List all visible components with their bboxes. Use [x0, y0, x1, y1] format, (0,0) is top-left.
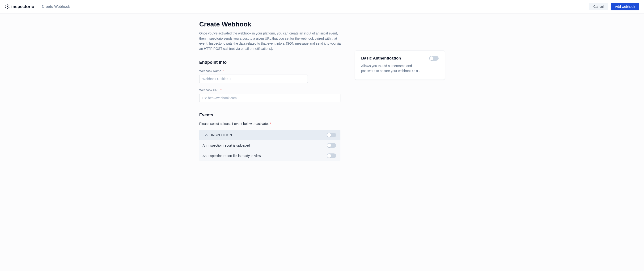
breadcrumb: Create Webhook [42, 4, 70, 9]
right-column: Basic Authentication Allows you to add a… [355, 51, 445, 80]
webhook-url-input[interactable] [199, 94, 340, 102]
event-label: An Inspection report file is ready to vi… [202, 154, 261, 158]
webhook-url-label: Webhook URL * [199, 88, 341, 92]
content-wrap: Create Webhook Once you've activated the… [197, 20, 447, 161]
svg-point-0 [7, 4, 8, 6]
events-section: Events Please select at least 1 event be… [199, 112, 341, 161]
basic-auth-description: Allows you to add a username and passwor… [361, 64, 422, 74]
event-toggle-report-ready[interactable] [327, 154, 336, 158]
basic-auth-card: Basic Authentication Allows you to add a… [355, 51, 445, 80]
events-accordion: INSPECTION An Inspection report is uploa… [199, 130, 340, 161]
basic-auth-title: Basic Authentication [361, 56, 401, 61]
required-asterisk: * [222, 69, 224, 73]
brand-name: inspectorio [11, 4, 34, 9]
webhook-url-field: Webhook URL * [199, 88, 341, 102]
accordion-header-left: INSPECTION [205, 133, 232, 137]
webhook-name-label: Webhook Name * [199, 69, 341, 73]
webhook-name-input[interactable] [199, 74, 308, 83]
basic-auth-toggle[interactable] [429, 56, 438, 61]
required-asterisk: * [270, 122, 271, 126]
svg-point-5 [8, 7, 10, 8]
accordion-title: INSPECTION [211, 133, 232, 137]
webhook-name-label-text: Webhook Name [199, 69, 221, 73]
accordion-body: An Inspection report is uploaded An Insp… [199, 140, 340, 161]
inspection-group-toggle[interactable] [327, 133, 336, 138]
events-instruction: Please select at least 1 event below to … [199, 122, 341, 126]
card-header: Basic Authentication [361, 56, 438, 61]
events-instruction-text: Please select at least 1 event below to … [199, 122, 269, 126]
header-left: inspectorio | Create Webhook [5, 4, 70, 9]
event-label: An Inspection report is uploaded [202, 144, 250, 147]
webhook-name-field: Webhook Name * [199, 69, 341, 83]
logo-icon [5, 4, 10, 9]
page-body: Create Webhook Once you've activated the… [0, 14, 644, 271]
event-row: An Inspection report file is ready to vi… [199, 150, 340, 161]
webhook-url-label-text: Webhook URL [199, 88, 219, 92]
header-actions: Cancel Add webhook [589, 3, 639, 10]
svg-point-4 [5, 7, 6, 8]
chevron-up-icon [205, 134, 208, 136]
events-section-title: Events [199, 112, 341, 118]
app-header: inspectorio | Create Webhook Cancel Add … [0, 0, 644, 14]
svg-point-6 [7, 8, 8, 9]
page-title: Create Webhook [199, 20, 341, 28]
event-row: An Inspection report is uploaded [199, 140, 340, 150]
event-toggle-report-uploaded[interactable] [327, 143, 336, 148]
endpoint-section-title: Endpoint Info [199, 60, 341, 65]
breadcrumb-divider: | [38, 4, 38, 9]
required-asterisk: * [220, 88, 222, 92]
accordion-header-inspection[interactable]: INSPECTION [199, 130, 340, 140]
left-column: Create Webhook Once you've activated the… [199, 20, 341, 161]
svg-point-2 [8, 6, 10, 6]
add-webhook-button[interactable]: Add webhook [611, 3, 639, 10]
svg-point-1 [5, 6, 6, 6]
cancel-button[interactable]: Cancel [589, 3, 608, 10]
svg-point-3 [7, 6, 8, 7]
brand-logo[interactable]: inspectorio [5, 4, 34, 9]
page-description: Once you've activated the webhook in you… [199, 31, 341, 52]
